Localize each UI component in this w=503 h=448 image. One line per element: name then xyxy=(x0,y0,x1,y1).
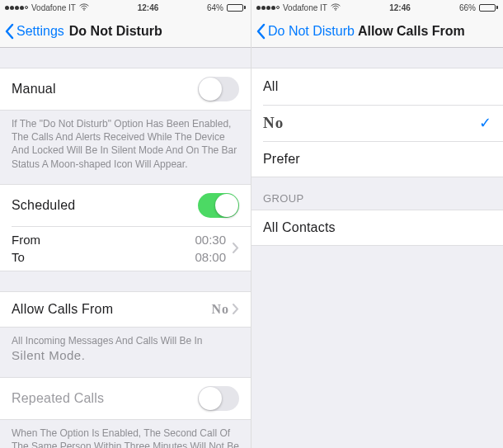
clock-label: 12:46 xyxy=(389,3,411,12)
signal-icon xyxy=(5,6,28,10)
battery-icon xyxy=(479,4,498,12)
repeated-calls-footer: When The Option Is Enabled, The Second C… xyxy=(0,420,251,448)
allow-calls-value: No xyxy=(211,302,229,317)
back-label: Settings xyxy=(16,24,64,39)
wifi-icon xyxy=(331,3,341,12)
manual-toggle[interactable] xyxy=(198,77,239,101)
group-item-label: All Contacts xyxy=(263,220,336,235)
option-label: Prefer xyxy=(263,152,300,167)
status-bar: Vodafone IT 12:46 64% xyxy=(0,0,251,15)
group-all-contacts[interactable]: All Contacts xyxy=(252,210,503,246)
back-button[interactable]: Do Not Disturb xyxy=(256,23,355,40)
svg-point-0 xyxy=(83,9,84,10)
chevron-left-icon xyxy=(5,23,15,40)
allow-footer-line2: Silent Mode. xyxy=(12,348,85,362)
back-button[interactable]: Settings Do Not Disturb xyxy=(5,23,162,40)
allow-calls-footer: All Incoming Messages And Calls Will Be … xyxy=(0,328,251,367)
option-label: No xyxy=(263,114,284,132)
manual-label: Manual xyxy=(12,82,56,97)
status-bar: Vodafone IT 12:46 66% xyxy=(252,0,503,15)
battery-pct: 66% xyxy=(459,3,476,12)
status-left: Vodafone IT xyxy=(256,3,341,12)
status-right: 66% xyxy=(459,3,498,12)
carrier-label: Vodafone IT xyxy=(283,3,327,12)
from-value: 00:30 xyxy=(195,233,226,247)
option-no[interactable]: No ✓ xyxy=(252,105,503,141)
repeated-footer-line1: When The Option Is Enabled, The Second C… xyxy=(12,427,239,448)
option-label: All xyxy=(263,79,278,94)
scheduled-row[interactable]: Scheduled xyxy=(0,184,251,226)
option-prefer[interactable]: Prefer xyxy=(252,141,503,177)
repeated-calls-row[interactable]: Repeated Calls xyxy=(0,377,251,420)
chevron-right-icon xyxy=(233,243,239,253)
carrier-label: Vodafone IT xyxy=(31,3,76,12)
from-label: From xyxy=(12,233,40,247)
repeated-calls-label: Repeated Calls xyxy=(12,391,104,406)
chevron-left-icon xyxy=(256,23,266,40)
status-right: 64% xyxy=(207,3,246,12)
nav-bar: Do Not Disturb Allow Calls From xyxy=(252,15,503,48)
svg-point-1 xyxy=(335,9,336,10)
right-pane: Vodafone IT 12:46 66% Do Not Disturb All… xyxy=(252,0,503,448)
option-all[interactable]: All xyxy=(252,68,503,105)
page-title: Do Not Disturb xyxy=(69,24,162,39)
to-label: To xyxy=(12,250,25,264)
allow-calls-label: Allow Calls From xyxy=(12,302,113,317)
clock-label: 12:46 xyxy=(138,3,159,12)
status-left: Vodafone IT xyxy=(5,3,89,12)
allow-footer-line1: All Incoming Messages And Calls Will Be … xyxy=(12,335,202,347)
checkmark-icon: ✓ xyxy=(479,114,491,132)
wifi-icon xyxy=(79,3,89,12)
group-header: GROUP xyxy=(252,177,503,210)
manual-footer: If The "Do Not Disturb" Option Has Been … xyxy=(0,111,251,174)
scheduled-time-row[interactable]: From 00:30 To 08:00 xyxy=(0,226,251,271)
back-label: Do Not Disturb xyxy=(268,24,355,39)
chevron-right-icon xyxy=(233,304,239,314)
battery-pct: 64% xyxy=(207,3,223,12)
signal-icon xyxy=(256,6,280,10)
to-value: 08:00 xyxy=(195,250,226,264)
nav-bar: Settings Do Not Disturb xyxy=(0,15,251,48)
page-title: Allow Calls From xyxy=(358,24,465,39)
allow-calls-row[interactable]: Allow Calls From No xyxy=(0,291,251,328)
manual-row[interactable]: Manual xyxy=(0,68,251,111)
repeated-calls-toggle[interactable] xyxy=(198,386,239,411)
scheduled-toggle[interactable] xyxy=(198,193,239,218)
battery-icon xyxy=(227,4,246,12)
scheduled-label: Scheduled xyxy=(12,198,75,213)
left-pane: Vodafone IT 12:46 64% Settings Do Not Di… xyxy=(0,0,252,448)
